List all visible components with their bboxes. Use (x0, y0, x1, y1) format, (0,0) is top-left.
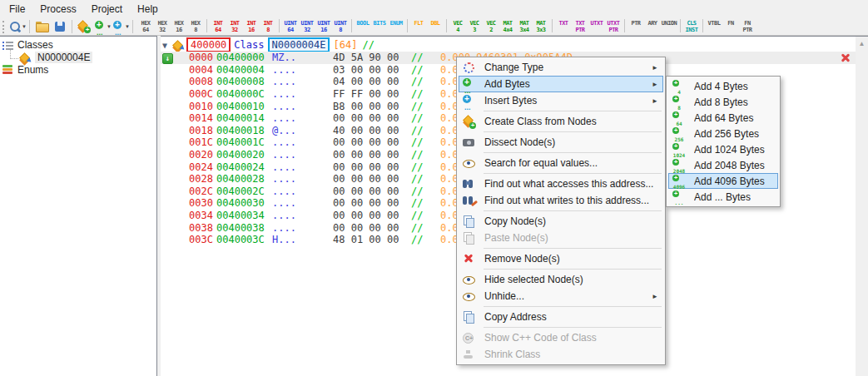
menu-item-hide-selected-node-s[interactable]: Hide selected Node(s) (459, 271, 663, 288)
address-value: 0040002C (216, 186, 272, 197)
menu-file[interactable]: File (2, 1, 32, 17)
type-button-mat3x3[interactable]: MAT3x3 (533, 19, 549, 35)
sidebar-item-enums[interactable]: Enums (0, 63, 156, 76)
type-button-ptr[interactable]: PTR (627, 19, 644, 35)
menu-item-copy-address[interactable]: Copy Address (459, 309, 663, 325)
type-button-uint16[interactable]: UINT16 (315, 19, 332, 35)
type-button-utxt[interactable]: UTXT (588, 19, 605, 35)
type-button-txt[interactable]: TXT (555, 19, 572, 35)
type-button-mat3x4[interactable]: MAT3x4 (516, 19, 533, 35)
type-button-flt[interactable]: FLT (410, 19, 427, 35)
type-button-fn[interactable]: FN (722, 19, 739, 35)
comment-marker: // (411, 136, 440, 148)
type-button-dbl[interactable]: DBL (427, 19, 444, 35)
menu-item-add-bytes[interactable]: Add Bytes► (459, 76, 663, 92)
type-button-vec4[interactable]: VEC4 (449, 19, 466, 35)
type-button-ary[interactable]: ARY (644, 19, 661, 35)
remove-row-icon[interactable] (841, 52, 851, 62)
menu-item-dissect-node-s[interactable]: Dissect Node(s) (459, 134, 663, 151)
type-button-vtbl[interactable]: VTBL (706, 19, 722, 35)
class-size: [64] (334, 39, 358, 51)
shrink-icon (462, 348, 477, 361)
menu-item-copy-node-s[interactable]: Copy Node(s) (459, 213, 663, 230)
type-button-int32[interactable]: INT32 (226, 19, 243, 35)
toolbar-grip[interactable] (2, 21, 6, 33)
type-button-bool[interactable]: BOOL (355, 19, 371, 35)
toolbar-separator (29, 20, 30, 33)
type-button-utxtptr[interactable]: UTXTPTR (605, 19, 622, 35)
search-button[interactable]: ▼ (8, 19, 27, 35)
menu-item-create-class-from-nodes[interactable]: Create Class from Nodes (459, 113, 663, 130)
add-bytes-button[interactable]: ▼ (93, 19, 112, 35)
add-node-icon[interactable]: ↓ (162, 53, 173, 64)
submenu-arrow-icon: ► (652, 293, 658, 300)
submenu-item-add-2048-bytes[interactable]: 2048Add 2048 Bytes (668, 157, 778, 173)
hex-bytes: 00 00 00 00 (333, 136, 411, 148)
type-button-union[interactable]: UNION (661, 19, 677, 35)
type-button-mat4x4[interactable]: MAT4x4 (499, 19, 516, 35)
menu-item-search-for-equal-values[interactable]: Search for equal values... (459, 155, 663, 171)
menu-item-unhide[interactable]: Unhide...► (459, 288, 663, 304)
submenu-item-add-64-bytes[interactable]: 64Add 64 Bytes (668, 110, 778, 126)
collapse-triangle-icon[interactable]: ▼ (162, 41, 172, 50)
menu-item-change-type[interactable]: Change Type► (459, 59, 663, 76)
menu-process[interactable]: Process (32, 1, 83, 17)
comment-marker: // (411, 234, 440, 245)
type-button-fnptr[interactable]: FNPTR (739, 19, 756, 35)
class-name-box[interactable]: N0000004E (268, 37, 329, 52)
menu-item-find-out-what-accesses-this-address[interactable]: Find out what accesses this address... (459, 176, 663, 192)
submenu-item-add-8-bytes[interactable]: 8Add 8 Bytes (668, 94, 778, 110)
type-button-int8[interactable]: INT8 (260, 19, 276, 35)
type-button-bits[interactable]: BITS (371, 19, 388, 35)
sidebar-item-classes[interactable]: Classes (0, 38, 156, 51)
menu-item-show-c-code-of-class[interactable]: Show C++ Code of Class (459, 329, 663, 346)
submenu-item-add-4096-bytes[interactable]: 4096Add 4096 Bytes (668, 173, 778, 189)
hex-bytes: 03 00 00 00 (333, 64, 411, 76)
type-button-hex16[interactable]: HEX16 (171, 19, 187, 35)
open-project-button[interactable] (32, 19, 51, 35)
add-bytes-badge-icon: 8 (672, 96, 687, 109)
class-icon (77, 20, 91, 33)
vertical-scrollbar[interactable]: ▲ (856, 36, 868, 376)
menu-project[interactable]: Project (84, 1, 130, 17)
submenu-item-add-1024-bytes[interactable]: 1024Add 1024 Bytes (668, 141, 778, 157)
hex-bytes: 00 00 00 00 (333, 173, 411, 185)
type-button-hex32[interactable]: HEX32 (154, 19, 171, 35)
type-button-enum[interactable]: ENUM (388, 19, 404, 35)
menu-item-find-out-what-writes-to-this-address[interactable]: Find out what writes to this address... (459, 192, 663, 209)
type-button-int16[interactable]: INT16 (243, 19, 260, 35)
type-button-uint8[interactable]: UINT8 (332, 19, 349, 35)
menu-item-paste-node-s[interactable]: Paste Node(s) (459, 230, 663, 246)
type-button-vec3[interactable]: VEC3 (466, 19, 483, 35)
type-button-hex8[interactable]: HEX8 (187, 19, 204, 35)
menu-item-remove-node-s[interactable]: Remove Node(s) (459, 250, 663, 267)
class-address-box[interactable]: 400000 (186, 37, 231, 52)
create-class-button[interactable] (75, 19, 93, 35)
type-button-vec2[interactable]: VEC2 (483, 19, 499, 35)
address-value: 00400018 (216, 125, 272, 136)
ascii-preview: .... (272, 161, 333, 173)
menu-item-insert-bytes[interactable]: Insert Bytes► (459, 92, 663, 109)
submenu-item-add-bytes[interactable]: ...Add ... Bytes (668, 189, 778, 205)
toolbar-separator (72, 20, 72, 33)
class-header-row[interactable]: ▼ 400000 Class N0000004E [64] // (162, 38, 374, 52)
type-button-uint64[interactable]: UINT64 (282, 19, 299, 35)
menu-help[interactable]: Help (130, 1, 166, 17)
type-button-txtptr[interactable]: TXTPTR (572, 19, 588, 35)
save-project-button[interactable] (51, 19, 69, 35)
submenu-item-add-4-bytes[interactable]: 4Add 4 Bytes (668, 78, 778, 94)
comment-marker: // (411, 149, 440, 161)
type-button-hex64[interactable]: HEX64 (137, 19, 154, 35)
remove-icon (462, 252, 477, 265)
insert-bytes-button[interactable]: ▼ (112, 19, 130, 35)
ascii-preview: .... (272, 76, 333, 87)
submenu-item-add-256-bytes[interactable]: 256Add 256 Bytes (668, 126, 778, 141)
address-value: 00400034 (216, 210, 272, 221)
type-button-clsinst[interactable]: CLSINST (683, 19, 700, 35)
type-button-uint32[interactable]: UINT32 (299, 19, 315, 35)
sidebar-item-n0000004e[interactable]: N0000004E (0, 51, 156, 63)
ascii-preview: .... (272, 101, 333, 112)
menu-item-shrink-class[interactable]: Shrink Class (459, 346, 663, 363)
scroll-up-icon[interactable]: ▲ (856, 37, 868, 47)
type-button-int64[interactable]: INT64 (210, 19, 226, 35)
